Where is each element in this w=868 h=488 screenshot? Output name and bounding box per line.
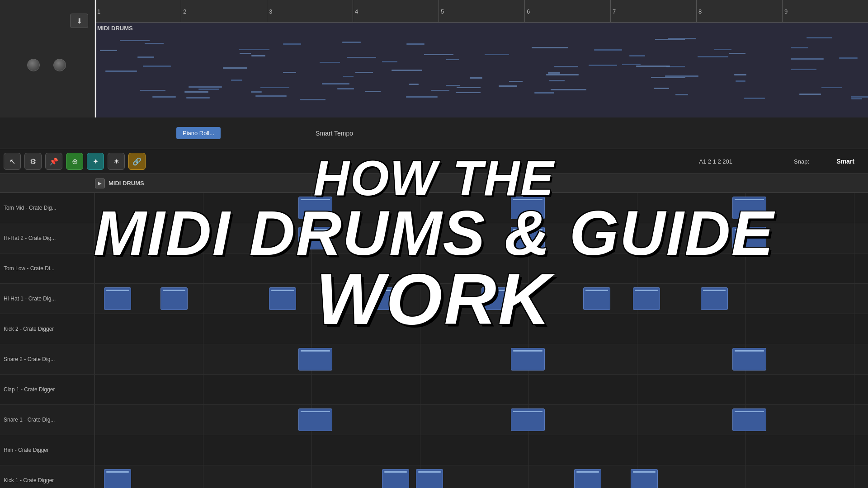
midi-block-5-1[interactable] <box>511 348 545 371</box>
midi-block-inner-3-5 <box>585 290 608 291</box>
top-note-52 <box>546 74 579 75</box>
drum-editor: ▶ MIDI DRUMS Tom Mid - Crate Dig...Hi-Ha… <box>0 174 868 488</box>
drum-row-track-4[interactable] <box>95 314 868 344</box>
snap-value: Smart <box>836 158 854 165</box>
midi-block-inner-3-1 <box>163 290 185 291</box>
drum-play-button[interactable]: ▶ <box>95 178 105 188</box>
midi-block-0-0[interactable] <box>298 197 332 219</box>
midi-block-3-2[interactable] <box>269 287 296 310</box>
drum-row-track-0[interactable] <box>95 193 868 223</box>
midi-block-inner-7-0 <box>301 411 330 412</box>
top-note-62 <box>283 43 301 45</box>
drum-row-label-7: Snare 1 - Crate Dig... <box>0 405 95 435</box>
top-note-37 <box>223 67 247 69</box>
drum-row-track-9[interactable] <box>95 465 868 488</box>
midi-block-3-6[interactable] <box>633 287 660 310</box>
tool-pin[interactable]: 📌 <box>45 153 62 170</box>
timeline-marker-6: 6 <box>524 0 530 23</box>
midi-block-inner-9-2 <box>418 471 441 473</box>
top-note-3 <box>554 66 579 67</box>
midi-block-inner-3-2 <box>271 290 294 291</box>
top-note-55 <box>651 77 685 78</box>
midi-block-inner-3-7 <box>703 290 726 291</box>
midi-block-9-1[interactable] <box>382 469 409 488</box>
top-note-61 <box>424 54 453 55</box>
midi-block-5-0[interactable] <box>298 348 332 371</box>
top-note-59 <box>807 37 832 38</box>
snap-label: Snap: <box>794 158 809 165</box>
download-button[interactable]: ⬇ <box>70 14 88 28</box>
top-note-10 <box>548 72 560 74</box>
tool-green-1[interactable]: ⊕ <box>66 153 83 170</box>
knob-1[interactable] <box>27 59 40 71</box>
top-note-63 <box>120 40 149 41</box>
drum-row-track-3[interactable] <box>95 284 868 314</box>
midi-block-0-1[interactable] <box>511 197 545 219</box>
tool-cursor[interactable]: ↖ <box>4 153 21 170</box>
tool-settings[interactable]: ⚙ <box>24 153 42 170</box>
top-note-14 <box>320 62 340 63</box>
tool-star[interactable]: ✶ <box>108 153 125 170</box>
top-note-31 <box>734 74 747 75</box>
drum-track-header-bar: ▶ MIDI DRUMS <box>0 174 868 193</box>
midi-block-3-0[interactable] <box>104 287 131 310</box>
drum-row-4: Kick 2 - Crate Digger <box>0 314 868 344</box>
top-note-11 <box>198 89 220 90</box>
top-note-76 <box>470 77 482 79</box>
midi-block-3-4[interactable] <box>481 287 509 310</box>
midi-block-inner-3-4 <box>484 290 506 291</box>
midi-block-3-7[interactable] <box>701 287 728 310</box>
drum-row-track-1[interactable] <box>95 223 868 253</box>
tool-link[interactable]: 🔗 <box>128 153 146 170</box>
midi-block-7-2[interactable] <box>732 408 766 431</box>
midi-block-inner-1-0 <box>301 229 330 230</box>
midi-block-5-2[interactable] <box>732 348 766 371</box>
top-note-26 <box>736 80 745 82</box>
drum-row-track-2[interactable] <box>95 253 868 283</box>
drum-row-label-2: Tom Low - Crate Di... <box>0 253 95 283</box>
midi-block-1-0[interactable] <box>298 227 332 249</box>
drum-row-track-5[interactable] <box>95 344 868 374</box>
tool-teal[interactable]: ✦ <box>87 153 104 170</box>
top-note-51 <box>668 38 696 39</box>
drum-row-label-8: Rim - Crate Digger <box>0 435 95 465</box>
top-note-17 <box>485 54 509 55</box>
drum-row-track-8[interactable] <box>95 435 868 465</box>
drum-row-label-0: Tom Mid - Crate Dig... <box>0 193 95 223</box>
midi-block-3-1[interactable] <box>160 287 188 310</box>
midi-block-3-3[interactable] <box>375 287 402 310</box>
midi-block-9-4[interactable] <box>631 469 658 488</box>
midi-block-1-2[interactable] <box>732 227 766 249</box>
top-note-50 <box>594 49 622 51</box>
midi-block-7-1[interactable] <box>511 408 545 431</box>
drum-track-name: MIDI DRUMS <box>108 180 144 187</box>
midi-block-inner-3-0 <box>106 290 129 291</box>
midi-block-9-2[interactable] <box>416 469 443 488</box>
drum-row-1: Hi-Hat 2 - Crate Dig... <box>0 223 868 253</box>
drum-row-label-3: Hi-Hat 1 - Crate Dig... <box>0 284 95 314</box>
midi-block-0-2[interactable] <box>732 197 766 219</box>
midi-block-1-1[interactable] <box>511 227 545 249</box>
midi-block-9-3[interactable] <box>574 469 601 488</box>
top-note-75 <box>675 94 688 95</box>
midi-block-9-0[interactable] <box>104 469 131 488</box>
drum-row-2: Tom Low - Crate Di... <box>0 253 868 284</box>
midi-block-3-5[interactable] <box>583 287 610 310</box>
top-note-27 <box>337 88 354 89</box>
top-note-74 <box>260 87 290 88</box>
piano-roll-tab[interactable]: Piano Roll... <box>176 127 221 139</box>
midi-block-inner-5-2 <box>735 350 764 352</box>
top-note-38 <box>231 80 242 81</box>
top-note-29 <box>343 76 354 77</box>
top-note-8 <box>851 96 868 98</box>
drum-row-track-7[interactable] <box>95 405 868 435</box>
midi-block-7-0[interactable] <box>298 408 332 431</box>
drum-row-8: Rim - Crate Digger <box>0 435 868 465</box>
knob-2[interactable] <box>53 59 66 71</box>
drum-row-track-6[interactable] <box>95 375 868 404</box>
midi-block-inner-5-0 <box>301 350 330 352</box>
midi-block-inner-3-3 <box>377 290 400 291</box>
top-note-7 <box>499 85 517 87</box>
top-midi-track[interactable]: MIDI DRUMS <box>95 23 868 117</box>
top-note-77 <box>239 49 269 50</box>
